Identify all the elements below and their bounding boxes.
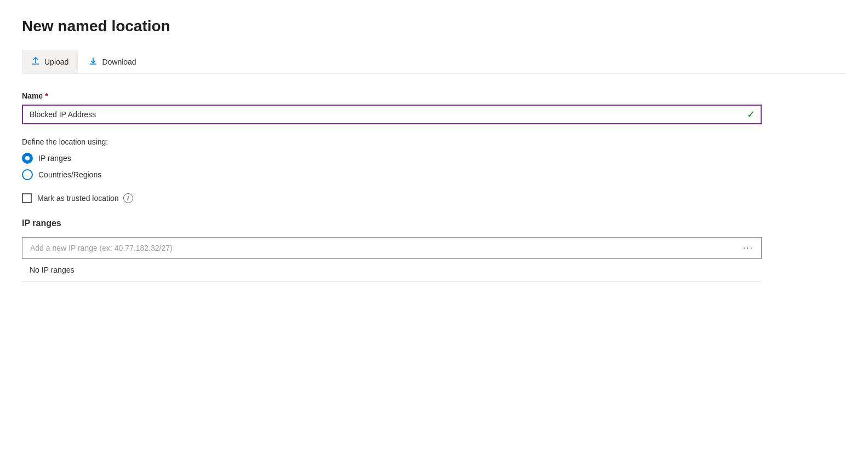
trusted-location-group: Mark as trusted location i bbox=[22, 193, 789, 203]
upload-icon bbox=[31, 56, 40, 67]
define-location-group: Define the location using: IP ranges Cou… bbox=[22, 137, 789, 180]
ip-ranges-title: IP ranges bbox=[22, 218, 789, 228]
ip-ranges-section: IP ranges ··· No IP ranges bbox=[22, 218, 789, 282]
download-label: Download bbox=[102, 57, 136, 66]
trusted-location-checkbox[interactable] bbox=[22, 193, 32, 203]
radio-countries-label[interactable]: Countries/Regions bbox=[38, 170, 101, 179]
ip-range-input[interactable] bbox=[22, 238, 735, 258]
toolbar: Upload Download bbox=[22, 50, 846, 74]
name-field-group: Name * ✓ bbox=[22, 91, 789, 124]
radio-countries-item[interactable]: Countries/Regions bbox=[22, 169, 789, 180]
define-label: Define the location using: bbox=[22, 137, 789, 146]
trusted-location-label[interactable]: Mark as trusted location i bbox=[37, 193, 133, 203]
download-icon bbox=[89, 56, 98, 67]
radio-ip-ranges-item[interactable]: IP ranges bbox=[22, 153, 789, 164]
radio-ip-ranges[interactable] bbox=[22, 153, 33, 164]
name-label: Name * bbox=[22, 91, 789, 100]
no-ip-ranges-text: No IP ranges bbox=[22, 259, 762, 281]
form-section: Name * ✓ Define the location using: IP r… bbox=[22, 91, 789, 282]
name-valid-icon: ✓ bbox=[747, 108, 755, 120]
download-button[interactable]: Download bbox=[80, 51, 145, 73]
name-input[interactable] bbox=[22, 105, 762, 124]
upload-button[interactable]: Upload bbox=[22, 50, 78, 73]
required-indicator: * bbox=[45, 91, 48, 100]
name-input-wrapper: ✓ bbox=[22, 105, 762, 124]
upload-label: Upload bbox=[44, 57, 68, 66]
radio-countries[interactable] bbox=[22, 169, 33, 180]
location-type-radio-group: IP ranges Countries/Regions bbox=[22, 153, 789, 180]
trusted-location-info-icon[interactable]: i bbox=[123, 193, 133, 203]
radio-ip-ranges-label[interactable]: IP ranges bbox=[38, 154, 71, 163]
page-title: New named location bbox=[22, 18, 846, 35]
ip-range-more-button[interactable]: ··· bbox=[735, 238, 761, 258]
ip-input-row: ··· bbox=[22, 237, 762, 259]
ip-ranges-divider bbox=[22, 281, 762, 282]
